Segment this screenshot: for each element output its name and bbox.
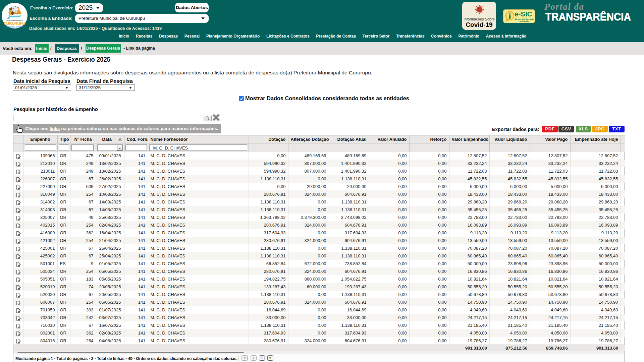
svg-text:CURURUPU: CURURUPU	[4, 21, 25, 26]
svg-text:compromisso e Trabalho: compromisso e Trabalho	[3, 25, 26, 28]
